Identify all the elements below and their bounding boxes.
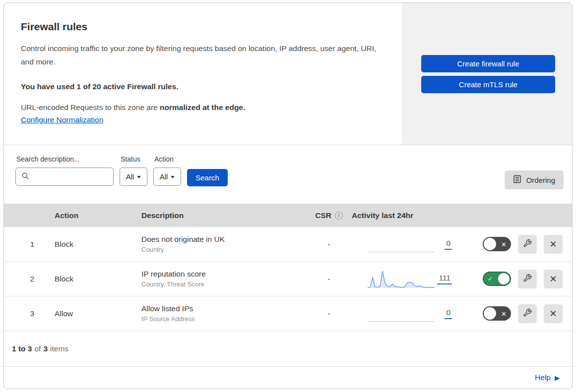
rule-criteria: IP Source Address xyxy=(141,315,309,323)
rule-controls: ✓ ✕ xyxy=(473,270,572,288)
toggle-state-icon: ✕ xyxy=(501,310,507,317)
rule-description-cell: IP reputation score Country, Threat Scor… xyxy=(135,270,309,288)
ordering-button[interactable]: Ordering xyxy=(505,170,564,189)
toggle-knob xyxy=(484,307,496,320)
configure-normalization-link[interactable]: Configure Normalization xyxy=(21,115,103,124)
pagination-summary: 1 to 3 of 3 items xyxy=(4,331,572,367)
table-row: 3 Allow Allow listed IPs IP Source Addre… xyxy=(4,296,572,331)
page-description: Control incoming traffic to your zone by… xyxy=(21,42,383,68)
edit-rule-button[interactable] xyxy=(518,304,537,323)
header-description: Description xyxy=(135,211,309,220)
toggle-knob xyxy=(484,238,496,250)
rule-criteria: Country, Threat Score xyxy=(141,280,309,288)
help-link-label: Help xyxy=(535,373,551,382)
rule-action: Allow xyxy=(49,309,135,318)
normalization-note-prefix: URL-encoded Requests to this zone are xyxy=(21,103,160,112)
pagination-of: of xyxy=(34,344,41,353)
hero-section: Firewall rules Control incoming traffic … xyxy=(4,3,572,145)
enable-toggle[interactable]: ✕ xyxy=(483,306,511,321)
wrench-icon xyxy=(523,308,532,319)
list-document-icon xyxy=(513,175,521,185)
close-icon: ✕ xyxy=(549,309,557,318)
create-mtls-rule-button[interactable]: Create mTLS rule xyxy=(421,76,555,93)
header-activity: Activity last 24hr xyxy=(349,211,473,220)
search-button[interactable]: Search xyxy=(187,169,228,186)
status-dropdown[interactable]: All xyxy=(120,168,147,186)
chevron-down-icon xyxy=(171,176,175,178)
pagination-range: 1 to 3 xyxy=(12,344,32,353)
action-filter-group: Action All xyxy=(153,155,181,186)
rule-csr: - xyxy=(309,275,349,283)
ordering-button-label: Ordering xyxy=(526,176,555,184)
status-label: Status xyxy=(121,155,147,163)
normalization-note: URL-encoded Requests to this zone are no… xyxy=(21,103,383,112)
rule-description-cell: Allow listed IPs IP Source Address xyxy=(135,304,309,323)
usage-summary: You have used 1 of 20 active Firewall ru… xyxy=(21,82,383,91)
rule-description-cell: Does not originate in UK Country xyxy=(135,235,309,253)
toggle-state-icon: ✕ xyxy=(501,241,507,247)
rule-csr: - xyxy=(309,240,349,249)
close-icon: ✕ xyxy=(549,275,557,283)
actions-panel: Create firewall rule Create mTLS rule xyxy=(402,3,572,145)
edit-rule-button[interactable] xyxy=(518,270,537,288)
delete-rule-button[interactable]: ✕ xyxy=(544,304,563,323)
rule-criteria: Country xyxy=(141,246,309,253)
pagination-total: 3 xyxy=(43,344,48,353)
activity-sparkline xyxy=(368,303,435,324)
page-title: Firewall rules xyxy=(21,21,383,33)
rule-action: Block xyxy=(49,240,135,249)
rule-description: IP reputation score xyxy=(141,270,309,279)
rule-controls: ✕ ✕ xyxy=(473,304,572,323)
activity-sparkline xyxy=(368,269,435,289)
rule-activity-cell: 0 xyxy=(349,234,473,255)
search-group: Search description... xyxy=(15,155,114,186)
create-firewall-rule-button[interactable]: Create firewall rule xyxy=(421,55,555,72)
action-dropdown-value: All xyxy=(160,172,168,181)
pagination-items: items xyxy=(50,344,68,353)
action-dropdown[interactable]: All xyxy=(153,168,181,186)
filter-bar: Search description... Status All Action … xyxy=(4,145,572,204)
activity-count-link[interactable]: 111 xyxy=(437,274,452,284)
rule-description: Allow listed IPs xyxy=(141,304,309,313)
header-csr-label: CSR xyxy=(315,211,331,220)
rule-number: 3 xyxy=(4,309,49,318)
table-row: 2 Block IP reputation score Country, Thr… xyxy=(4,262,572,296)
help-bar: Help ▶ xyxy=(4,367,572,389)
info-icon[interactable]: i xyxy=(335,212,343,220)
toggle-state-icon: ✓ xyxy=(488,276,493,282)
search-label: Search description... xyxy=(16,155,114,163)
header-csr: CSR i xyxy=(309,211,349,220)
chevron-down-icon xyxy=(137,176,141,178)
hero-text-block: Firewall rules Control incoming traffic … xyxy=(4,3,402,145)
rule-controls: ✕ ✕ xyxy=(473,235,572,254)
rule-action: Block xyxy=(49,275,135,283)
search-icon xyxy=(21,172,29,182)
rule-number: 2 xyxy=(4,275,49,283)
rule-description: Does not originate in UK xyxy=(141,235,309,244)
arrow-right-icon: ▶ xyxy=(555,374,560,382)
status-dropdown-value: All xyxy=(126,172,134,181)
table-header: Action Description CSR i Activity last 2… xyxy=(4,204,572,227)
activity-sparkline xyxy=(368,234,435,255)
edit-rule-button[interactable] xyxy=(518,235,537,254)
table-row: 1 Block Does not originate in UK Country… xyxy=(4,227,572,262)
delete-rule-button[interactable]: ✕ xyxy=(544,235,563,254)
close-icon: ✕ xyxy=(549,240,557,249)
rule-activity-cell: 111 xyxy=(349,269,473,289)
rule-activity-cell: 0 xyxy=(349,303,473,324)
enable-toggle[interactable]: ✕ xyxy=(483,237,511,251)
action-label: Action xyxy=(154,155,181,163)
enable-toggle[interactable]: ✓ xyxy=(483,272,511,286)
firewall-rules-card: Firewall rules Control incoming traffic … xyxy=(3,2,573,389)
activity-count-link[interactable]: 0 xyxy=(445,239,452,250)
wrench-icon xyxy=(523,274,532,284)
wrench-icon xyxy=(523,239,532,249)
status-filter-group: Status All xyxy=(120,155,147,186)
activity-count-link[interactable]: 0 xyxy=(445,308,452,319)
normalization-note-bold: normalized at the edge. xyxy=(160,103,245,112)
search-input[interactable] xyxy=(15,168,114,186)
help-link[interactable]: Help ▶ xyxy=(535,373,560,382)
delete-rule-button[interactable]: ✕ xyxy=(544,270,563,288)
header-action: Action xyxy=(49,211,135,220)
rule-csr: - xyxy=(309,309,349,318)
